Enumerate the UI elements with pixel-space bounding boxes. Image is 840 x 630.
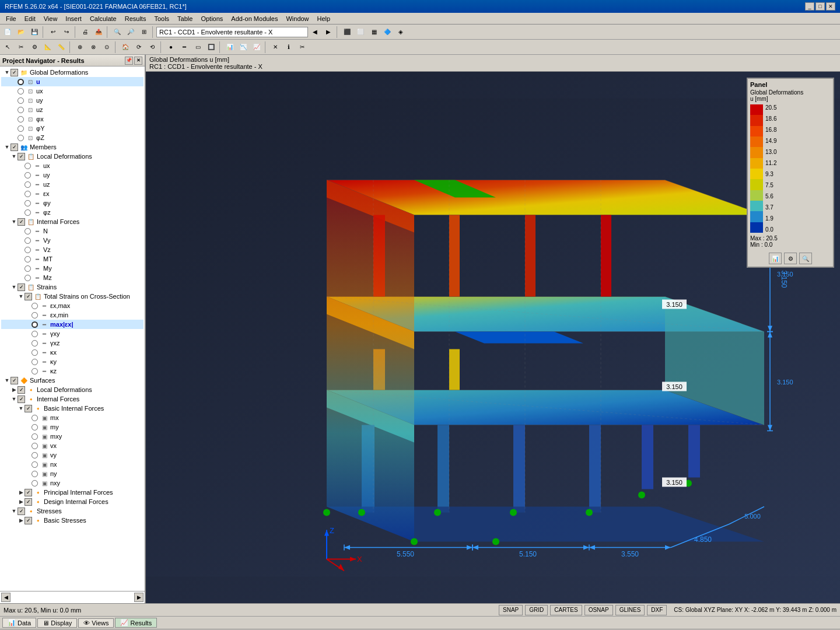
- radio-ny[interactable]: [32, 471, 38, 477]
- radio-Vy[interactable]: [24, 237, 31, 244]
- check-surfaces[interactable]: ✓: [10, 377, 18, 384]
- tree-vy-s[interactable]: ▣ vy: [1, 450, 144, 460]
- tree-yxy[interactable]: ━ γxy: [1, 329, 144, 338]
- tree-m-ux[interactable]: ━ ux: [1, 161, 144, 170]
- radio-ex-min[interactable]: [32, 312, 38, 318]
- tb2-solid[interactable]: 🔲: [205, 41, 218, 54]
- prev-loadcase[interactable]: ◀: [309, 26, 321, 38]
- tree-total-strains[interactable]: ▼ ✓ 📋 Total Strains on Cross-Section: [1, 292, 144, 301]
- tree-max-ex[interactable]: ━ max|εx|: [1, 320, 144, 329]
- menu-item-results[interactable]: Results: [121, 14, 150, 23]
- radio-ex-max[interactable]: [32, 303, 38, 309]
- maximize-btn[interactable]: □: [816, 2, 825, 10]
- tb2-2[interactable]: ✂: [15, 41, 27, 54]
- tb2-10[interactable]: ⟳: [132, 41, 145, 54]
- tb2-4[interactable]: 📐: [41, 41, 54, 54]
- viewport-3d[interactable]: 5.550 5.150 3.550: [146, 72, 840, 603]
- expand-basic-internal-forces[interactable]: ▼: [18, 405, 24, 412]
- title-bar-buttons[interactable]: _ □ ✕: [805, 2, 835, 10]
- tree-members[interactable]: ▼ ✓ 👥 Members: [1, 142, 144, 152]
- close-btn[interactable]: ✕: [826, 2, 835, 10]
- menu-item-addons[interactable]: Add-on Modules: [228, 14, 281, 23]
- tb2-results1[interactable]: 📊: [223, 41, 236, 54]
- tb2-line[interactable]: ━: [178, 41, 191, 54]
- expand-principal-internal-forces[interactable]: ▶: [18, 489, 24, 496]
- check-total-strains[interactable]: ✓: [24, 293, 32, 300]
- tree-m-uz[interactable]: ━ uz: [1, 180, 144, 189]
- tree-principal-internal-forces[interactable]: ▶ ✓ 🔸 Principal Internal Forces: [1, 488, 144, 497]
- menu-item-insert[interactable]: Insert: [62, 14, 85, 23]
- radio-mx[interactable]: [32, 415, 38, 421]
- tree-nxy[interactable]: ▣ nxy: [1, 478, 144, 488]
- radio-my[interactable]: [32, 424, 38, 430]
- tree-ky[interactable]: ━ κy: [1, 357, 144, 366]
- tab-display[interactable]: 🖥 Display: [37, 618, 77, 628]
- radio-uy[interactable]: [18, 97, 24, 104]
- tab-results[interactable]: 📈 Results: [115, 618, 157, 628]
- load-case-selector[interactable]: RC1 - CCD1 - Envolvente resultante - X: [156, 27, 308, 37]
- tb2-9[interactable]: 🏠: [119, 41, 132, 54]
- toolbar-zoom-fit[interactable]: ⊞: [138, 26, 150, 38]
- tree-kz[interactable]: ━ κz: [1, 366, 144, 376]
- tab-data[interactable]: 📊 Data: [2, 618, 36, 628]
- menu-item-options[interactable]: Options: [197, 14, 226, 23]
- navigator-header-btns[interactable]: 📌 ✕: [125, 57, 142, 65]
- toolbar-undo[interactable]: ↩: [47, 26, 60, 38]
- tree-container[interactable]: ▼ ✓ 📁 Global Deformations ⊡ u ⊡ ux: [0, 66, 145, 591]
- radio-MT[interactable]: [24, 256, 31, 262]
- toolbar-print[interactable]: 🖨: [79, 26, 92, 38]
- toolbar-open[interactable]: 📂: [15, 26, 27, 38]
- tree-basic-stresses[interactable]: ▶ ✓ 🔸 Basic Stresses: [1, 516, 144, 525]
- radio-ky[interactable]: [32, 359, 38, 365]
- menu-item-file[interactable]: File: [2, 14, 20, 23]
- expand-basic-stresses[interactable]: ▶: [18, 517, 24, 524]
- check-members[interactable]: ✓: [10, 144, 18, 151]
- minimize-btn[interactable]: _: [805, 2, 814, 10]
- tb-render2[interactable]: ⬜: [354, 26, 367, 38]
- expand-stresses[interactable]: ▼: [10, 508, 18, 514]
- nav-left-arrow[interactable]: ◀: [1, 593, 10, 602]
- tb2-results3[interactable]: 📈: [250, 41, 263, 54]
- tree-design-internal-forces[interactable]: ▶ ✓ 🔸 Design Internal Forces: [1, 497, 144, 506]
- tree-mxy[interactable]: ▣ mxy: [1, 432, 144, 441]
- radio-max-ex[interactable]: [32, 321, 38, 328]
- tree-vx[interactable]: ▣ vx: [1, 441, 144, 450]
- tb-render1[interactable]: ⬛: [341, 26, 354, 38]
- tb2-x[interactable]: ✕: [269, 41, 282, 54]
- expand-global-deformations[interactable]: ▼: [4, 69, 10, 76]
- tree-uy[interactable]: ⊡ uy: [1, 96, 144, 105]
- tb-render5[interactable]: ◈: [394, 26, 407, 38]
- tree-ny[interactable]: ▣ ny: [1, 469, 144, 478]
- tb2-11[interactable]: ⟲: [146, 41, 159, 54]
- radio-m-uy[interactable]: [24, 172, 31, 178]
- snap-btn[interactable]: SNAP: [499, 605, 523, 615]
- tab-views[interactable]: 👁 Views: [78, 618, 114, 628]
- legend-btn-table[interactable]: 📊: [769, 253, 782, 264]
- expand-total-strains[interactable]: ▼: [18, 293, 24, 300]
- tree-phiz[interactable]: ⊡ φZ: [1, 133, 144, 142]
- radio-yxz[interactable]: [32, 340, 38, 346]
- legend-btn-settings[interactable]: ⚙: [784, 253, 797, 264]
- tb2-5[interactable]: 📏: [55, 41, 68, 54]
- tree-ex-min[interactable]: ━ εx,min: [1, 310, 144, 320]
- radio-Vz[interactable]: [24, 247, 31, 253]
- radio-uz[interactable]: [18, 107, 24, 113]
- radio-phiz[interactable]: [18, 135, 24, 141]
- radio-nx[interactable]: [32, 461, 38, 468]
- tree-surfaces[interactable]: ▼ ✓ 🔶 Surfaces: [1, 376, 144, 385]
- radio-nxy[interactable]: [32, 480, 38, 487]
- menu-item-window[interactable]: Window: [282, 14, 312, 23]
- check-design-internal-forces[interactable]: ✓: [24, 498, 32, 506]
- next-loadcase[interactable]: ▶: [322, 26, 335, 38]
- toolbar-export[interactable]: 📤: [92, 26, 105, 38]
- tb2-7[interactable]: ⊗: [87, 41, 100, 54]
- radio-m-ux[interactable]: [24, 163, 31, 169]
- expand-internal-forces-m[interactable]: ▼: [10, 218, 18, 225]
- expand-local-deformations[interactable]: ▼: [10, 153, 18, 160]
- tb-render4[interactable]: 🔷: [381, 26, 394, 38]
- menu-item-edit[interactable]: Edit: [21, 14, 39, 23]
- tree-surf-internal-forces[interactable]: ▼ ✓ 🔸 Internal Forces: [1, 394, 144, 404]
- tree-strains[interactable]: ▼ ✓ 📋 Strains: [1, 282, 144, 292]
- expand-surf-internal-forces[interactable]: ▼: [10, 396, 18, 402]
- tb2-1[interactable]: ↖: [1, 41, 14, 54]
